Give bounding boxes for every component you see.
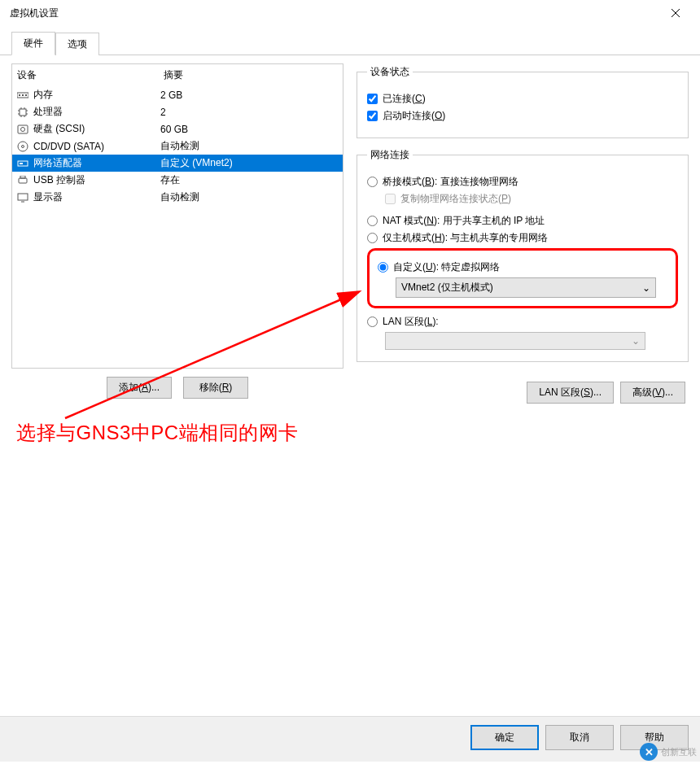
lan-segments-button[interactable]: LAN 区段(S)...: [527, 382, 614, 404]
svg-rect-4: [20, 109, 26, 116]
device-row-cddvd[interactable]: CD/DVD (SATA) 自动检测: [12, 138, 343, 155]
device-row-display[interactable]: 显示器 自动检测: [12, 189, 343, 206]
bridged-radio[interactable]: [367, 177, 378, 187]
device-row-usb[interactable]: USB 控制器 存在: [12, 172, 343, 189]
table-header: 设备 摘要: [12, 64, 343, 86]
network-connection-legend: 网络连接: [367, 148, 413, 162]
disk-icon: [15, 124, 30, 135]
svg-rect-21: [18, 194, 28, 200]
hardware-table: 设备 摘要 内存 2 GB 处理器 2 硬盘: [11, 63, 343, 369]
hostonly-label[interactable]: 仅主机模式(H): 与主机共享的专用网络: [383, 231, 548, 245]
remove-button[interactable]: 移除(R): [183, 377, 248, 399]
watermark: ✕ 创新互联: [640, 743, 697, 761]
svg-rect-13: [18, 125, 28, 133]
svg-rect-19: [19, 178, 27, 183]
watermark-logo-icon: ✕: [640, 743, 658, 761]
svg-point-15: [18, 142, 28, 151]
window-title: 虚拟机设置: [8, 7, 59, 20]
connected-label[interactable]: 已连接(C): [383, 92, 426, 106]
svg-rect-20: [20, 176, 25, 178]
tab-bar: 硬件 选项: [0, 26, 700, 55]
connect-on-power-label[interactable]: 启动时连接(O): [383, 109, 445, 123]
lan-segment-radio[interactable]: [367, 317, 378, 327]
connect-on-power-checkbox[interactable]: [367, 111, 378, 121]
close-icon: [672, 9, 680, 17]
bridged-label[interactable]: 桥接模式(B): 直接连接物理网络: [383, 175, 518, 189]
svg-rect-2: [22, 94, 24, 96]
svg-point-14: [21, 127, 25, 131]
replicate-label: 复制物理网络连接状态(P): [400, 192, 511, 206]
network-connection-group: 网络连接 桥接模式(B): 直接连接物理网络 复制物理网络连接状态(P) NAT…: [357, 148, 689, 362]
connected-checkbox[interactable]: [367, 94, 378, 104]
device-row-memory[interactable]: 内存 2 GB: [12, 86, 343, 103]
hostonly-radio[interactable]: [367, 233, 378, 243]
svg-rect-1: [19, 94, 20, 96]
custom-label[interactable]: 自定义(U): 特定虚拟网络: [393, 260, 500, 274]
advanced-button[interactable]: 高级(V)...: [620, 382, 685, 404]
tab-hardware[interactable]: 硬件: [11, 32, 55, 55]
lan-segment-label[interactable]: LAN 区段(L):: [383, 315, 439, 329]
title-bar: 虚拟机设置: [0, 0, 700, 26]
cancel-button[interactable]: 取消: [545, 725, 614, 750]
nat-radio[interactable]: [367, 216, 378, 226]
chevron-down-icon: ⌄: [642, 282, 650, 294]
device-status-group: 设备状态 已连接(C) 启动时连接(O): [357, 65, 689, 138]
lan-segment-select: ⌄: [385, 332, 645, 350]
device-row-disk[interactable]: 硬盘 (SCSI) 60 GB: [12, 120, 343, 138]
usb-icon: [15, 175, 30, 186]
memory-icon: [15, 89, 30, 101]
svg-rect-18: [20, 163, 23, 164]
add-button[interactable]: 添加(A)...: [107, 377, 172, 399]
nat-label[interactable]: NAT 模式(N): 用于共享主机的 IP 地址: [383, 214, 545, 228]
svg-rect-3: [25, 94, 27, 96]
custom-network-select[interactable]: VMnet2 (仅主机模式) ⌄: [396, 277, 656, 298]
footer-bar: 确定 取消 帮助: [0, 716, 700, 762]
display-icon: [15, 192, 30, 203]
cpu-icon: [15, 107, 30, 118]
svg-point-16: [22, 145, 24, 147]
annotation-text: 选择与GNS3中PC端相同的网卡: [16, 420, 299, 446]
column-device[interactable]: 设备: [12, 64, 159, 86]
chevron-down-icon: ⌄: [632, 335, 640, 347]
cd-icon: [15, 141, 30, 152]
tab-options[interactable]: 选项: [55, 33, 99, 55]
custom-radio[interactable]: [378, 262, 388, 273]
replicate-checkbox: [385, 194, 396, 204]
device-row-network[interactable]: 网络适配器 自定义 (VMnet2): [12, 155, 343, 172]
network-icon: [15, 158, 30, 169]
annotation-highlight-box: 自定义(U): 特定虚拟网络 VMnet2 (仅主机模式) ⌄: [367, 248, 678, 308]
ok-button[interactable]: 确定: [470, 725, 539, 750]
column-summary[interactable]: 摘要: [159, 64, 343, 86]
device-row-cpu[interactable]: 处理器 2: [12, 103, 343, 120]
device-status-legend: 设备状态: [367, 65, 413, 79]
close-button[interactable]: [659, 1, 692, 25]
